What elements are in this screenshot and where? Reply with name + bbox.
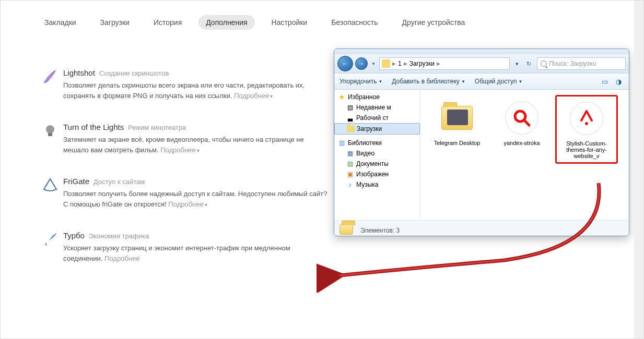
- address-strip: ← → ▼ ▶ 1 ▶ Загрузки ▶ ▾ ↻ Поиск: Загруз…: [334, 54, 629, 73]
- nav-history-dropdown[interactable]: ▼: [370, 62, 377, 66]
- app-icon: [505, 101, 538, 135]
- explorer-window: ← → ▼ ▶ 1 ▶ Загрузки ▶ ▾ ↻ Поиск: Загруз…: [334, 49, 629, 236]
- tree-libraries[interactable]: ▥Библиотеки: [334, 138, 420, 148]
- search-icon: [541, 60, 547, 67]
- pictures-icon: ▣: [346, 170, 354, 178]
- desktop-icon: ▃: [346, 114, 354, 122]
- tab-downloads[interactable]: Загрузки: [93, 15, 137, 30]
- breadcrumb-seg[interactable]: 1: [398, 60, 402, 67]
- ext-description: Позволяет делать скриншоты всего экрана …: [63, 80, 330, 101]
- ext-subtitle: Режим кинотеатра: [128, 124, 186, 131]
- ext-description: Затемняет на экране всё, кроме видеоплее…: [63, 135, 330, 155]
- tree-video[interactable]: ▦Видео: [334, 148, 420, 159]
- file-label: yandex-stroka: [504, 140, 540, 146]
- files-pane[interactable]: Telegram Desktop yandex-stroka Stylish-C…: [420, 90, 629, 220]
- tree-pictures[interactable]: ▣Изображен: [334, 169, 420, 179]
- folder-icon: [382, 59, 390, 68]
- toolbar-add-library[interactable]: Добавить в библиотеку▼: [392, 78, 465, 85]
- extension-turnoffthelights: Turn of the Lights Режим кинотеатра Зате…: [37, 123, 330, 155]
- status-text: Элементов: 3: [360, 227, 400, 234]
- refresh-icon[interactable]: ↻: [526, 60, 531, 67]
- tree-desktop[interactable]: ▃Рабочий ст: [334, 113, 420, 123]
- ext-name: Lightshot: [63, 68, 95, 77]
- ext-name: Турбо: [63, 231, 85, 240]
- status-bar: Элементов: 3: [334, 220, 629, 236]
- address-bar[interactable]: ▶ 1 ▶ Загрузки ▶: [379, 57, 510, 70]
- tab-security[interactable]: Безопасность: [324, 15, 385, 30]
- feather-icon: [42, 68, 58, 85]
- toolbar-organize[interactable]: Упорядочить▼: [339, 78, 382, 85]
- libraries-icon: ▥: [337, 139, 346, 147]
- svg-line-3: [524, 120, 529, 125]
- music-icon: ♪: [346, 180, 354, 189]
- nav-tree: ★Избранное ▤Недавние м ▃Рабочий ст Загру…: [334, 90, 420, 220]
- search-placeholder: Поиск: Загрузки: [549, 60, 596, 67]
- file-telegram[interactable]: Telegram Desktop: [426, 95, 488, 164]
- window-titlebar[interactable]: [334, 49, 629, 54]
- ext-desc-text: Ускоряет загрузку страниц и экономит инт…: [63, 244, 290, 262]
- nav-back-button[interactable]: ←: [337, 56, 353, 71]
- chevron-down-icon: ▾: [270, 93, 273, 99]
- chevron-down-icon: ▾: [205, 202, 207, 208]
- toolbar-share[interactable]: Общий доступ▼: [475, 78, 523, 85]
- shield-triangle-icon: [42, 177, 58, 193]
- breadcrumb-sep: ▶: [437, 61, 440, 66]
- nav-forward-button[interactable]: →: [355, 57, 368, 70]
- folder-icon: [346, 125, 355, 133]
- help-icon[interactable]: ◑: [613, 78, 624, 86]
- ext-subtitle: Создание скриншотов: [99, 69, 169, 77]
- tab-history[interactable]: История: [146, 15, 189, 30]
- address-controls: ▾ ↻: [512, 60, 535, 67]
- ext-subtitle: Экономия трафика: [89, 232, 149, 240]
- address-dropdown-icon[interactable]: ▾: [516, 60, 519, 67]
- star-icon: ★: [337, 93, 346, 101]
- ext-name: Turn of the Lights: [63, 123, 124, 131]
- svg-point-4: [585, 122, 588, 125]
- recent-icon: ▤: [346, 103, 354, 112]
- tab-addons[interactable]: Дополнения: [198, 15, 254, 30]
- extension-lightshot: Lightshot Создание скриншотов Позволяет …: [37, 68, 330, 101]
- breadcrumb-sep: ▶: [404, 61, 407, 66]
- tab-bookmarks[interactable]: Закладки: [37, 15, 84, 30]
- explorer-body: ★Избранное ▤Недавние м ▃Рабочий ст Загру…: [334, 90, 629, 220]
- video-icon: ▦: [346, 149, 354, 158]
- extension-turbo: Турбо Экономия трафика Ускоряет загрузку…: [37, 231, 330, 263]
- breadcrumb-seg[interactable]: Загрузки: [409, 60, 435, 67]
- ext-subtitle: Доступ к сайтам: [93, 178, 145, 186]
- ext-description: Ускоряет загрузку страниц и экономит инт…: [63, 243, 330, 263]
- tree-documents[interactable]: ▤Документы: [334, 159, 420, 169]
- svg-rect-1: [48, 133, 52, 136]
- extension-frigate: FriGate Доступ к сайтам Позволяет получи…: [37, 177, 330, 209]
- documents-icon: ▤: [346, 160, 354, 168]
- tree-music[interactable]: ♪Музыка: [334, 179, 420, 190]
- file-stylish-highlighted[interactable]: Stylish-Custom-themes-for-any-website_v: [555, 95, 618, 164]
- explorer-toolbar: Упорядочить▼ Добавить в библиотеку▼ Общи…: [334, 73, 629, 90]
- breadcrumb-sep: ▶: [392, 61, 396, 66]
- scrollbar[interactable]: [634, 1, 643, 338]
- svg-point-0: [46, 125, 54, 134]
- tab-devices[interactable]: Другие устройства: [395, 15, 473, 30]
- file-label: Telegram Desktop: [434, 140, 481, 146]
- file-label: Stylish-Custom-themes-for-any-website_v: [560, 140, 613, 159]
- folder-icon: [441, 106, 473, 130]
- more-link[interactable]: Подробнее: [104, 255, 139, 262]
- ext-description: Позволяет получить более надежный доступ…: [63, 189, 330, 209]
- rocket-icon: [42, 231, 58, 248]
- more-link[interactable]: Подробнее: [234, 92, 269, 100]
- extensions-list: Lightshot Создание скриншотов Позволяет …: [1, 37, 366, 317]
- bulb-icon: [42, 123, 58, 139]
- tree-downloads[interactable]: Загрузки: [334, 123, 420, 135]
- tab-settings[interactable]: Настройки: [264, 15, 315, 30]
- tree-recent[interactable]: ▤Недавние м: [334, 102, 420, 113]
- folder-icon: [339, 224, 355, 237]
- more-link[interactable]: Подробнее: [160, 146, 195, 154]
- search-input[interactable]: Поиск: Загрузки: [537, 57, 626, 70]
- tree-favorites[interactable]: ★Избранное: [334, 92, 420, 102]
- ext-name: FriGate: [63, 177, 89, 186]
- app-icon: [570, 102, 603, 135]
- view-options-icon[interactable]: ▭: [600, 78, 610, 86]
- chevron-down-icon: ▾: [197, 148, 200, 153]
- more-link[interactable]: Подробнее: [168, 200, 203, 208]
- settings-tabs: Закладки Загрузки История Дополнения Нас…: [1, 1, 643, 37]
- file-yandex-stroka[interactable]: yandex-stroka: [490, 95, 553, 164]
